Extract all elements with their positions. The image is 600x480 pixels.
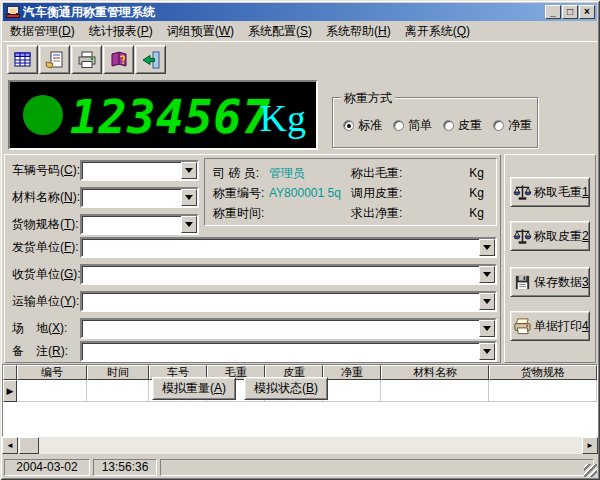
menu-system-config[interactable]: 系统配置(S): [241, 22, 319, 40]
dropdown-button[interactable]: [181, 162, 197, 179]
menu-system-help[interactable]: 系统帮助(H): [319, 22, 398, 40]
net-unit: Kg: [469, 205, 484, 221]
save-data-button[interactable]: 保存数据3: [510, 267, 590, 297]
row-marker-icon: ▶: [3, 380, 17, 402]
toolbar-report-button[interactable]: [39, 45, 70, 74]
site-label: 场 地(X):: [12, 318, 67, 339]
resize-grip[interactable]: [584, 464, 597, 477]
title-bar: 汽车衡通用称重管理系统 _ □ ×: [3, 3, 597, 21]
weigh-tare-button[interactable]: 称取皮重2: [510, 221, 590, 251]
toolbar-help-button[interactable]: [103, 45, 134, 74]
menu-phrase-preset[interactable]: 词组预置(W): [160, 22, 241, 40]
chevron-down-icon: [483, 326, 491, 331]
scroll-right-icon[interactable]: ►: [582, 437, 598, 454]
action-button-panel: 称取毛重1 称取皮重2 保存数据3: [504, 154, 596, 363]
grid-header-selector: [3, 365, 17, 380]
toolbar-data-table-button[interactable]: [7, 45, 38, 74]
cargo-spec-label: 货物规格(T):: [12, 214, 79, 235]
grid-header-net: 净重: [323, 365, 381, 380]
operator-value: 管理员: [269, 165, 305, 181]
radio-label: 简单: [408, 117, 432, 134]
print-icon: [513, 317, 532, 336]
report-icon: [44, 50, 66, 70]
tare-label: 调用皮重:: [351, 185, 402, 201]
weight-value: 1234567: [70, 90, 271, 144]
weigh-info-panel: 司 磅 员: 管理员 称出毛重: Kg 称重编号: AY800001 5q 调用…: [204, 158, 497, 226]
weight-unit: Kg: [260, 96, 306, 140]
chevron-down-icon: [483, 299, 491, 304]
dropdown-button[interactable]: [181, 216, 197, 233]
remark-label: 备 注(R):: [12, 341, 68, 362]
grid-header-material: 材料名称: [381, 365, 489, 380]
chevron-down-icon: [185, 222, 193, 227]
material-name-combo[interactable]: [80, 187, 199, 208]
dropdown-button[interactable]: [479, 266, 495, 283]
vehicle-no-input[interactable]: [83, 163, 180, 178]
transporter-input[interactable]: [83, 294, 478, 309]
radio-label: 净重: [508, 117, 532, 134]
dropdown-button[interactable]: [479, 293, 495, 310]
shipper-label: 发货单位(F):: [12, 237, 79, 258]
simulate-weight-button[interactable]: 模拟重量(A): [152, 377, 236, 400]
receiver-input[interactable]: [83, 267, 478, 282]
site-combo[interactable]: [80, 318, 497, 339]
weigh-mode-title: 称重方式: [341, 90, 395, 107]
net-label: 求出净重:: [351, 205, 402, 221]
scale-icon: [513, 183, 532, 202]
data-table-icon: [12, 50, 34, 70]
cargo-spec-input[interactable]: [83, 217, 180, 232]
radio-label: 标准: [358, 117, 382, 134]
horizontal-scrollbar[interactable]: ◄ ►: [2, 437, 598, 454]
save-data-label: 保存数据3: [534, 274, 589, 291]
print-ticket-label: 单据打印4: [534, 318, 589, 335]
menu-data-management[interactable]: 数据管理(D): [3, 22, 82, 40]
radio-tare[interactable]: 皮重: [443, 117, 482, 134]
radio-standard[interactable]: 标准: [343, 117, 382, 134]
weight-led-display: 1234567 Kg: [8, 80, 318, 150]
chevron-down-icon: [483, 349, 491, 354]
menu-statistics-report[interactable]: 统计报表(P): [82, 22, 160, 40]
menu-exit-system[interactable]: 离开系统(Q): [398, 22, 477, 40]
site-input[interactable]: [83, 321, 478, 336]
radio-net[interactable]: 净重: [493, 117, 532, 134]
maximize-button[interactable]: □: [562, 5, 578, 19]
cargo-spec-combo[interactable]: [80, 214, 199, 235]
scrollbar-thumb[interactable]: [19, 437, 39, 454]
scroll-left-icon[interactable]: ◄: [2, 437, 18, 454]
weigh-gross-button[interactable]: 称取毛重1: [510, 177, 590, 207]
material-name-input[interactable]: [83, 190, 180, 205]
status-light-icon: [23, 95, 63, 135]
tare-unit: Kg: [469, 185, 484, 201]
save-floppy-icon: [513, 273, 532, 292]
status-extra: [160, 459, 594, 476]
radio-icon: [493, 120, 504, 131]
chevron-down-icon: [483, 245, 491, 250]
dropdown-button[interactable]: [479, 343, 495, 360]
remark-input[interactable]: [83, 344, 478, 359]
shipper-input[interactable]: [83, 240, 478, 255]
transporter-label: 运输单位(Y):: [12, 291, 79, 312]
toolbar-exit-button[interactable]: [135, 45, 166, 74]
printer-icon: [76, 50, 98, 70]
receiver-combo[interactable]: [80, 264, 497, 285]
dropdown-button[interactable]: [479, 320, 495, 337]
print-ticket-button[interactable]: 单据打印4: [510, 311, 590, 341]
exit-icon: [140, 50, 162, 70]
radio-simple[interactable]: 简单: [393, 117, 432, 134]
weigh-no-value: AY800001 5q: [269, 185, 341, 201]
dropdown-button[interactable]: [479, 239, 495, 256]
minimize-button[interactable]: _: [545, 5, 561, 19]
vehicle-no-combo[interactable]: [80, 160, 199, 181]
window-title: 汽车衡通用称重管理系统: [23, 4, 155, 21]
toolbar-print-button[interactable]: [71, 45, 102, 74]
transporter-combo[interactable]: [80, 291, 497, 312]
weigh-time-label: 称重时间:: [213, 205, 264, 221]
vehicle-no-label: 车辆号码(C):: [12, 160, 80, 181]
weigh-no-label: 称重编号:: [213, 185, 264, 201]
shipper-combo[interactable]: [80, 237, 497, 258]
dropdown-button[interactable]: [181, 189, 197, 206]
material-name-label: 材料名称(N):: [12, 187, 80, 208]
simulate-status-button[interactable]: 模拟状态(B): [244, 377, 328, 400]
remark-combo[interactable]: [80, 341, 497, 362]
close-button[interactable]: ×: [579, 5, 595, 19]
